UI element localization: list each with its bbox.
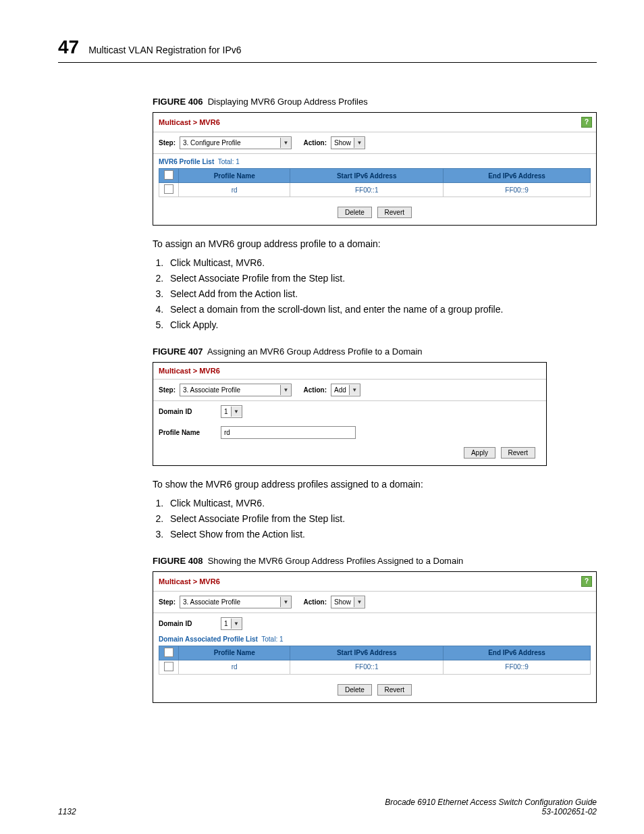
profile-name-input[interactable] [221, 426, 356, 439]
profile-table: Profile Name Start IPv6 Address End IPv6… [159, 646, 591, 675]
domain-id-label: Domain ID [159, 620, 221, 627]
show-intro: To show the MVR6 group address profiles … [153, 478, 597, 491]
panel-header: Multicast > MVR6 ? [153, 572, 596, 592]
button-row: Delete Revert [153, 680, 596, 702]
profile-name-label: Profile Name [159, 429, 221, 436]
domain-id-row: Domain ID 1 ▼ [153, 613, 596, 631]
figure-408-panel: Multicast > MVR6 ? Step: 3. Associate Pr… [153, 571, 597, 703]
domain-id-dropdown[interactable]: 1 ▼ [221, 405, 242, 418]
checkbox[interactable] [164, 662, 173, 671]
domain-id-dropdown[interactable]: 1 ▼ [221, 617, 242, 630]
figure-caption-text: Showing the MVR6 Group Address Profiles … [208, 556, 464, 566]
help-icon[interactable]: ? [581, 117, 592, 128]
revert-button[interactable]: Revert [377, 207, 412, 218]
list-total: 1 [279, 635, 284, 643]
chevron-down-icon: ▼ [280, 138, 291, 148]
list-item: Click Multicast, MVR6. [166, 498, 597, 509]
help-icon[interactable]: ? [581, 576, 592, 587]
step-value: 3. Associate Profile [183, 598, 243, 606]
step-dropdown[interactable]: 3. Associate Profile ▼ [180, 384, 292, 396]
chevron-down-icon: ▼ [349, 385, 360, 395]
breadcrumb: Multicast > MVR6 [159, 118, 220, 126]
cell-end-addr: FF00::9 [444, 183, 591, 197]
list-item: Click Apply. [166, 319, 597, 330]
domain-id-label: Domain ID [159, 408, 221, 415]
checkbox[interactable] [164, 184, 173, 194]
list-total: 1 [236, 158, 240, 165]
panel-header: Multicast > MVR6 [153, 363, 546, 380]
step-dropdown[interactable]: 3. Associate Profile ▼ [180, 596, 292, 608]
cell-end-addr: FF00::9 [444, 660, 591, 674]
table-row: rd FF00::1 FF00::9 [159, 660, 591, 674]
list-item: Select Add from the Action list. [166, 288, 597, 299]
step-label: Step: [159, 386, 176, 394]
profile-table: Profile Name Start IPv6 Address End IPv6… [159, 168, 591, 197]
cell-profile-name: rd [179, 183, 290, 197]
col-start-addr: Start IPv6 Address [290, 169, 444, 183]
list-item: Select Show from the Action list. [166, 529, 597, 540]
assign-steps: Click Multicast, MVR6. Select Associate … [166, 257, 597, 330]
cell-start-addr: FF00::1 [290, 183, 444, 197]
checkbox-header[interactable] [159, 169, 179, 183]
figure-407-panel: Multicast > MVR6 Step: 3. Associate Prof… [153, 362, 547, 466]
figure-label: FIGURE 408 [153, 556, 203, 566]
col-end-addr: End IPv6 Address [444, 169, 591, 183]
step-value: 3. Configure Profile [183, 139, 244, 147]
assign-intro: To assign an MVR6 group address profile … [153, 238, 597, 251]
checkbox[interactable] [164, 648, 173, 657]
show-steps: Click Multicast, MVR6. Select Associate … [166, 498, 597, 540]
chevron-down-icon: ▼ [354, 597, 365, 607]
doc-title: Brocade 6910 Ethernet Access Switch Conf… [385, 798, 597, 807]
profile-name-row: Profile Name [153, 422, 546, 443]
figure-408-caption: FIGURE 408 Showing the MVR6 Group Addres… [153, 556, 597, 566]
step-label: Step: [159, 139, 176, 147]
chapter-title: Multicast VLAN Registration for IPv6 [88, 45, 241, 55]
panel-header: Multicast > MVR6 ? [153, 113, 596, 132]
action-value: Show [334, 598, 354, 606]
list-name: Domain Associated Profile List [159, 635, 258, 643]
col-start-addr: Start IPv6 Address [290, 646, 444, 660]
toolbar: Step: 3. Associate Profile ▼ Action: Sho… [153, 592, 596, 613]
figure-caption-text: Displaying MVR6 Group Address Profiles [208, 97, 368, 107]
figure-label: FIGURE 406 [153, 97, 203, 107]
chevron-down-icon: ▼ [280, 597, 291, 607]
apply-button[interactable]: Apply [464, 447, 495, 459]
step-dropdown[interactable]: 3. Configure Profile ▼ [180, 136, 292, 149]
doc-number: 53-1002651-02 [542, 807, 597, 816]
page-footer: 1132 Brocade 6910 Ethernet Access Switch… [58, 798, 597, 816]
table-header-row: Profile Name Start IPv6 Address End IPv6… [159, 169, 591, 183]
list-item: Click Multicast, MVR6. [166, 257, 597, 268]
chapter-number: 47 [58, 36, 79, 58]
step-label: Step: [159, 598, 176, 606]
button-row: Apply Revert [153, 443, 546, 465]
breadcrumb: Multicast > MVR6 [159, 577, 220, 585]
figure-406-panel: Multicast > MVR6 ? Step: 3. Configure Pr… [153, 112, 597, 226]
checkbox[interactable] [164, 170, 173, 180]
checkbox-header[interactable] [159, 646, 179, 660]
list-item: Select Associate Profile from the Step l… [166, 513, 597, 524]
button-row: Delete Revert [153, 203, 596, 225]
revert-button[interactable]: Revert [501, 447, 535, 459]
delete-button[interactable]: Delete [338, 207, 372, 218]
list-title: MVR6 Profile List Total: 1 [153, 154, 596, 168]
row-checkbox-cell[interactable] [159, 660, 179, 674]
figure-label: FIGURE 407 [153, 346, 203, 357]
list-name: MVR6 Profile List [159, 158, 214, 165]
action-dropdown[interactable]: Add ▼ [331, 384, 360, 396]
action-dropdown[interactable]: Show ▼ [331, 136, 365, 149]
step-value: 3. Associate Profile [183, 386, 243, 394]
row-checkbox-cell[interactable] [159, 183, 179, 197]
action-dropdown[interactable]: Show ▼ [331, 596, 365, 608]
figure-407-caption: FIGURE 407 Assigning an MVR6 Group Addre… [153, 346, 597, 357]
list-total-label: Total: [261, 635, 277, 643]
chevron-down-icon: ▼ [280, 385, 291, 395]
revert-button[interactable]: Revert [377, 684, 412, 696]
delete-button[interactable]: Delete [338, 684, 372, 696]
action-label: Action: [304, 386, 327, 394]
list-item: Select a domain from the scroll-down lis… [166, 304, 597, 315]
chevron-down-icon: ▼ [231, 619, 242, 629]
table-row: rd FF00::1 FF00::9 [159, 183, 591, 197]
action-value: Show [334, 139, 354, 147]
domain-id-value: 1 [224, 408, 231, 415]
list-total-label: Total: [218, 158, 234, 165]
